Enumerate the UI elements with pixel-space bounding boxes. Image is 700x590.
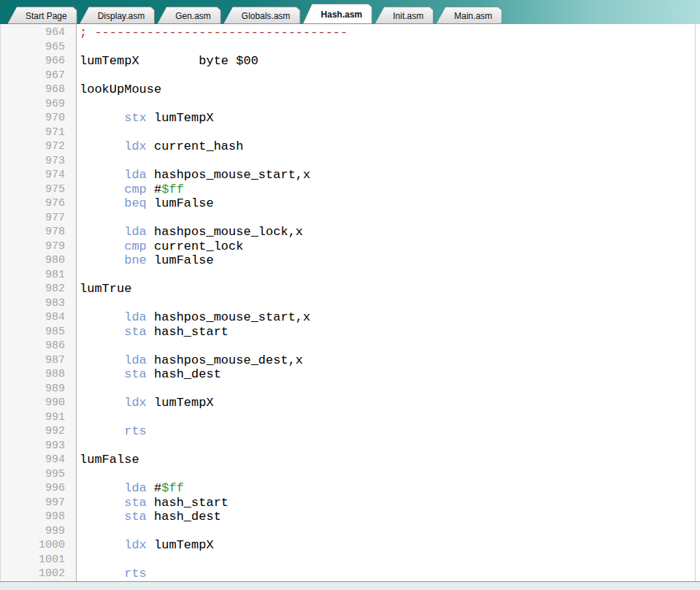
code-line[interactable]: 995 — [1, 467, 700, 482]
code-line[interactable]: 964; ---------------------------------- — [1, 26, 700, 40]
code-line[interactable]: 997 sta hash_start — [1, 496, 700, 510]
code-segment-plain: lumFalse — [80, 453, 139, 467]
tab-display-asm[interactable]: Display.asm — [80, 7, 155, 24]
code-line[interactable]: 984 lda hashpos_mouse_start,x — [1, 310, 700, 325]
line-code — [71, 339, 80, 353]
line-number: 981 — [1, 268, 71, 283]
code-line[interactable]: 988 sta hash_dest — [1, 367, 700, 382]
line-number: 973 — [1, 154, 71, 169]
code-segment-mn: rts — [124, 567, 147, 581]
code-line[interactable]: 976 beq lumFalse — [1, 196, 700, 211]
code-line[interactable]: 1000 ldx lumTempX — [1, 538, 700, 553]
code-segment-plain: hashpos_mouse_lock,x — [147, 225, 303, 239]
line-number: 999 — [1, 524, 71, 539]
code-line[interactable]: 974 lda hashpos_mouse_start,x — [1, 168, 700, 183]
code-line[interactable]: 979 cmp current_lock — [1, 240, 700, 254]
code-segment-plain — [80, 325, 124, 339]
code-editor[interactable]: 964; ----------------------------------9… — [0, 24, 700, 581]
code-segment-comment: ; ---------------------------------- — [80, 26, 347, 39]
code-line[interactable]: 994lumFalse — [1, 453, 700, 467]
code-line[interactable]: 987 lda hashpos_mouse_dest,x — [1, 353, 700, 368]
code-line[interactable]: 993 — [1, 439, 700, 453]
code-segment-mn: lda — [124, 481, 147, 495]
code-segment-plain — [80, 510, 124, 524]
code-lines: 964; ----------------------------------9… — [1, 24, 700, 581]
code-segment-plain — [80, 481, 124, 495]
line-code — [71, 154, 80, 169]
code-line[interactable]: 965 — [1, 40, 700, 55]
code-line[interactable]: 996 lda #$ff — [1, 481, 700, 496]
line-code — [71, 296, 80, 311]
tab-label: Main.asm — [436, 7, 502, 21]
line-code: lumTempX byte $00 — [71, 54, 258, 69]
code-segment-mn: ldx — [124, 538, 147, 552]
ide-window: Start PageDisplay.asmGen.asmGlobals.asmH… — [0, 0, 700, 590]
code-segment-plain: hashpos_mouse_dest,x — [147, 353, 303, 367]
code-segment-plain — [80, 538, 124, 552]
code-line[interactable]: 980 bne lumFalse — [1, 253, 700, 268]
line-number: 991 — [1, 410, 71, 425]
tab-hash-asm[interactable]: Hash.asm — [303, 4, 373, 24]
code-line[interactable]: 968lookUpMouse — [1, 83, 700, 97]
code-line[interactable]: 991 — [1, 410, 700, 425]
code-line[interactable]: 966lumTempX byte $00 — [1, 54, 700, 69]
tab-gen-asm[interactable]: Gen.asm — [157, 7, 221, 24]
code-line[interactable]: 1001 — [1, 553, 700, 567]
code-line[interactable]: 975 cmp #$ff — [1, 183, 700, 197]
line-number: 988 — [1, 367, 71, 382]
code-line[interactable]: 989 — [1, 382, 700, 396]
line-number: 986 — [1, 339, 71, 353]
line-code — [71, 382, 80, 396]
line-number: 972 — [1, 139, 71, 154]
code-line[interactable]: 969 — [1, 97, 700, 112]
line-code: rts — [71, 424, 147, 439]
code-line[interactable]: 973 — [1, 154, 700, 169]
line-code: lda #$ff — [71, 481, 184, 496]
code-line[interactable]: 1002 rts — [1, 567, 700, 581]
code-line[interactable]: 983 — [1, 296, 700, 311]
line-code — [71, 69, 80, 83]
tab-start-page[interactable]: Start Page — [7, 7, 77, 24]
code-line[interactable]: 971 — [1, 126, 700, 140]
code-segment-plain — [80, 424, 124, 438]
code-line[interactable]: 990 ldx lumTempX — [1, 396, 700, 410]
tab-main-asm[interactable]: Main.asm — [436, 7, 502, 24]
code-segment-num: $ff — [161, 481, 184, 495]
code-segment-num: $ff — [161, 183, 184, 196]
code-segment-plain — [80, 196, 124, 210]
code-line[interactable]: 977 — [1, 211, 700, 226]
code-line[interactable]: 978 lda hashpos_mouse_lock,x — [1, 225, 700, 240]
code-segment-mn: lda — [124, 225, 147, 239]
code-line[interactable]: 992 rts — [1, 424, 700, 439]
code-line[interactable]: 972 ldx current_hash — [1, 139, 700, 154]
code-segment-plain: hash_dest — [147, 367, 221, 381]
code-segment-plain: hash_start — [147, 496, 228, 510]
line-code: bne lumFalse — [71, 253, 214, 268]
line-number: 983 — [1, 296, 71, 311]
code-segment-mn: sta — [124, 496, 147, 510]
code-segment-plain: hashpos_mouse_start,x — [147, 310, 310, 324]
line-code: lookUpMouse — [71, 83, 161, 97]
line-code: rts — [71, 567, 147, 581]
code-line[interactable]: 986 — [1, 339, 700, 353]
line-code — [71, 40, 80, 55]
code-segment-plain — [80, 240, 124, 253]
code-line[interactable]: 999 — [1, 524, 700, 539]
code-segment-plain: lookUpMouse — [80, 83, 161, 96]
line-code: ldx current_hash — [71, 139, 243, 154]
line-number: 979 — [1, 240, 71, 254]
tab-init-asm[interactable]: Init.asm — [374, 7, 434, 24]
code-line[interactable]: 981 — [1, 268, 700, 283]
code-line[interactable]: 970 stx lumTempX — [1, 111, 700, 126]
line-number: 964 — [1, 26, 71, 40]
tab-globals-asm[interactable]: Globals.asm — [223, 7, 301, 24]
line-code: beq lumFalse — [71, 196, 214, 211]
code-line[interactable]: 982lumTrue — [1, 282, 700, 296]
line-number: 995 — [1, 467, 71, 482]
line-code — [71, 524, 80, 539]
code-line[interactable]: 967 — [1, 69, 700, 83]
code-line[interactable]: 998 sta hash_dest — [1, 510, 700, 524]
code-line[interactable]: 985 sta hash_start — [1, 325, 700, 340]
tab-label: Display.asm — [80, 7, 155, 21]
line-code: cmp #$ff — [71, 183, 184, 197]
